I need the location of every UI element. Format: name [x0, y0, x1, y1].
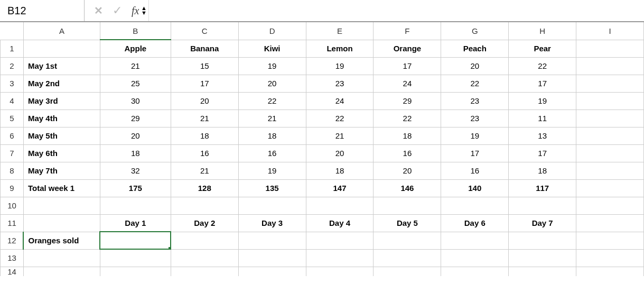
- cell-B1[interactable]: Apple: [100, 40, 171, 57]
- cell-H13[interactable]: [509, 249, 576, 267]
- cell-F7[interactable]: 16: [374, 144, 441, 162]
- cell-F9[interactable]: 146: [374, 179, 441, 197]
- cell-I7[interactable]: [576, 144, 644, 162]
- cell-I8[interactable]: [576, 162, 644, 179]
- cell-I11[interactable]: [576, 214, 644, 232]
- cell-E7[interactable]: 20: [306, 144, 374, 162]
- cell-B11[interactable]: Day 1: [100, 214, 171, 232]
- cell-F11[interactable]: Day 5: [374, 214, 441, 232]
- cell-A11[interactable]: [23, 214, 100, 232]
- cell-I3[interactable]: [576, 75, 644, 92]
- cell-B4[interactable]: 30: [100, 92, 171, 109]
- row-head-7[interactable]: 7: [1, 144, 24, 162]
- cell-G8[interactable]: 16: [441, 162, 509, 179]
- cell-B7[interactable]: 18: [100, 144, 171, 162]
- cell-B6[interactable]: 20: [100, 127, 171, 144]
- cell-C9[interactable]: 128: [171, 179, 238, 197]
- cell-C10[interactable]: [171, 197, 238, 214]
- accept-icon[interactable]: ✓: [113, 4, 122, 17]
- cell-H5[interactable]: 11: [509, 109, 576, 127]
- formula-input[interactable]: [149, 0, 644, 21]
- cell-I2[interactable]: [576, 57, 644, 75]
- cell-G1[interactable]: Peach: [441, 40, 509, 57]
- cell-C7[interactable]: 16: [171, 144, 238, 162]
- cell-E5[interactable]: 22: [306, 109, 374, 127]
- cell-I4[interactable]: [576, 92, 644, 109]
- cell-I12[interactable]: [576, 232, 644, 249]
- cell-G4[interactable]: 23: [441, 92, 509, 109]
- col-head-H[interactable]: H: [509, 22, 576, 40]
- cell-G13[interactable]: [441, 249, 509, 267]
- cell-C13[interactable]: [171, 249, 238, 267]
- col-head-A[interactable]: A: [23, 22, 100, 40]
- cell-D7[interactable]: 16: [238, 144, 306, 162]
- cell-E14[interactable]: [306, 267, 374, 276]
- cell-D8[interactable]: 19: [238, 162, 306, 179]
- cell-G10[interactable]: [441, 197, 509, 214]
- row-head-3[interactable]: 3: [1, 75, 24, 92]
- row-head-11[interactable]: 11: [1, 214, 24, 232]
- cell-D12[interactable]: [238, 232, 306, 249]
- cell-E11[interactable]: Day 4: [306, 214, 374, 232]
- cell-E1[interactable]: Lemon: [306, 40, 374, 57]
- cell-G14[interactable]: [441, 267, 509, 276]
- cell-G11[interactable]: Day 6: [441, 214, 509, 232]
- cell-F1[interactable]: Orange: [374, 40, 441, 57]
- cell-G7[interactable]: 17: [441, 144, 509, 162]
- cell-F2[interactable]: 17: [374, 57, 441, 75]
- cell-C5[interactable]: 21: [171, 109, 238, 127]
- cancel-icon[interactable]: ✕: [94, 4, 103, 17]
- cell-C3[interactable]: 17: [171, 75, 238, 92]
- cell-H6[interactable]: 13: [509, 127, 576, 144]
- cell-B5[interactable]: 29: [100, 109, 171, 127]
- cell-H11[interactable]: Day 7: [509, 214, 576, 232]
- cell-D10[interactable]: [238, 197, 306, 214]
- row-head-14[interactable]: 14: [1, 267, 24, 276]
- cell-D6[interactable]: 18: [238, 127, 306, 144]
- col-head-I[interactable]: I: [576, 22, 644, 40]
- cell-E13[interactable]: [306, 249, 374, 267]
- cell-A7[interactable]: May 6th: [23, 144, 100, 162]
- cell-H10[interactable]: [509, 197, 576, 214]
- cell-B12[interactable]: [100, 232, 171, 249]
- cell-I9[interactable]: [576, 179, 644, 197]
- cell-G3[interactable]: 22: [441, 75, 509, 92]
- cell-F3[interactable]: 24: [374, 75, 441, 92]
- cell-A8[interactable]: May 7th: [23, 162, 100, 179]
- cell-A14[interactable]: [23, 267, 100, 276]
- cell-H14[interactable]: [509, 267, 576, 276]
- row-head-2[interactable]: 2: [1, 57, 24, 75]
- cell-F8[interactable]: 20: [374, 162, 441, 179]
- cell-F13[interactable]: [374, 249, 441, 267]
- col-head-D[interactable]: D: [238, 22, 306, 40]
- cell-D5[interactable]: 21: [238, 109, 306, 127]
- cell-H1[interactable]: Pear: [509, 40, 576, 57]
- select-all-corner[interactable]: [1, 22, 24, 40]
- row-head-10[interactable]: 10: [1, 197, 24, 214]
- row-head-9[interactable]: 9: [1, 179, 24, 197]
- cell-I1[interactable]: [576, 40, 644, 57]
- cell-H9[interactable]: 117: [509, 179, 576, 197]
- cell-A10[interactable]: [23, 197, 100, 214]
- cell-G2[interactable]: 20: [441, 57, 509, 75]
- cell-A2[interactable]: May 1st: [23, 57, 100, 75]
- cell-E10[interactable]: [306, 197, 374, 214]
- cell-I13[interactable]: [576, 249, 644, 267]
- cell-E6[interactable]: 21: [306, 127, 374, 144]
- cell-I10[interactable]: [576, 197, 644, 214]
- cell-C11[interactable]: Day 2: [171, 214, 238, 232]
- cell-C4[interactable]: 20: [171, 92, 238, 109]
- col-head-E[interactable]: E: [306, 22, 374, 40]
- cell-B14[interactable]: [100, 267, 171, 276]
- cell-I5[interactable]: [576, 109, 644, 127]
- cell-F10[interactable]: [374, 197, 441, 214]
- cell-E4[interactable]: 24: [306, 92, 374, 109]
- cell-A1[interactable]: [23, 40, 100, 57]
- cell-E2[interactable]: 19: [306, 57, 374, 75]
- col-head-F[interactable]: F: [374, 22, 441, 40]
- cell-H2[interactable]: 22: [509, 57, 576, 75]
- cell-B10[interactable]: [100, 197, 171, 214]
- cell-I6[interactable]: [576, 127, 644, 144]
- cell-B13[interactable]: [100, 249, 171, 267]
- cell-E12[interactable]: [306, 232, 374, 249]
